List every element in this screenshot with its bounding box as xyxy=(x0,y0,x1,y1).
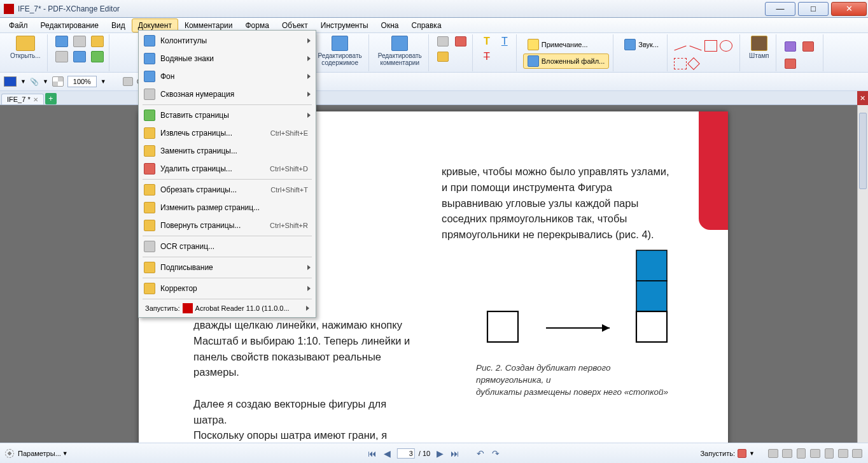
menu-item[interactable]: Обрезать страницы...Ctrl+Shift+T xyxy=(140,181,314,199)
eraser-button[interactable] xyxy=(783,39,798,53)
export-button[interactable] xyxy=(90,50,105,64)
cloud-tool[interactable] xyxy=(674,58,687,69)
textbox-button[interactable] xyxy=(453,34,468,48)
menu-item[interactable]: Заменить страницы... xyxy=(140,142,314,160)
prev-page-button[interactable]: ◀ xyxy=(382,448,393,459)
file-tab[interactable]: IFE_7 * ✕ xyxy=(1,94,44,104)
select-text-button[interactable] xyxy=(435,34,451,48)
svg-marker-5 xyxy=(602,324,610,332)
maximize-button[interactable]: □ xyxy=(798,2,829,16)
single-page-button[interactable] xyxy=(795,448,807,459)
fill-color-swatch[interactable] xyxy=(4,76,17,87)
zoom-in-button[interactable] xyxy=(781,448,793,459)
doc-figure: Рис. 2. Создан дубликат первого прямоуго… xyxy=(476,246,673,399)
opacity-input[interactable] xyxy=(67,76,97,87)
email-button[interactable] xyxy=(90,34,105,48)
close-tab-icon[interactable]: ✕ xyxy=(33,96,38,103)
menu-item-label: Фон xyxy=(160,72,307,81)
menu-вид[interactable]: Вид xyxy=(105,18,132,32)
menu-item-icon xyxy=(144,163,155,175)
polygon-tool[interactable] xyxy=(687,57,700,70)
menu-item[interactable]: Извлечь страницы...Ctrl+Shift+E xyxy=(140,124,314,142)
tab-strip-close[interactable]: ✕ xyxy=(857,91,868,105)
menu-item[interactable]: Удалить страницы...Ctrl+Shift+D xyxy=(140,160,314,178)
page-red-tab xyxy=(699,111,728,230)
select-text-icon xyxy=(437,36,449,46)
submenu-arrow-icon xyxy=(307,56,311,61)
strikeout-button[interactable]: T xyxy=(479,50,494,64)
checkbox-prop-icon[interactable] xyxy=(123,77,133,86)
oval-tool[interactable] xyxy=(720,40,732,52)
menu-item[interactable]: Повернуть страницы...Ctrl+Shift+R xyxy=(140,217,314,234)
pencil-icon xyxy=(802,41,814,52)
menu-справка[interactable]: Справка xyxy=(405,18,447,32)
menu-файл[interactable]: Файл xyxy=(3,18,34,32)
callout-button[interactable] xyxy=(435,50,451,64)
measure-button[interactable] xyxy=(783,57,798,71)
print-button[interactable] xyxy=(72,34,87,48)
menu-редактирование[interactable]: Редактирование xyxy=(34,18,105,32)
menu-item[interactable]: Колонтитулы xyxy=(140,32,314,50)
menu-item[interactable]: Корректор xyxy=(140,280,314,297)
title-bar: IFE_7* - PDF-XChange Editor — □ ✕ xyxy=(0,0,868,18)
rect-tool[interactable] xyxy=(704,40,717,52)
open-label: Открыть... xyxy=(10,52,41,59)
document-viewport[interactable]: ных фигур сновных размеров поверхность ш… xyxy=(0,105,868,443)
prev-view-button[interactable]: ↶ xyxy=(475,448,486,459)
next-view-button[interactable]: ↷ xyxy=(490,448,501,459)
save-button[interactable] xyxy=(54,34,69,48)
fit-width-button[interactable] xyxy=(851,448,863,459)
arrow-tool[interactable] xyxy=(689,46,701,51)
highlight-button[interactable]: T xyxy=(479,34,494,48)
edit-comments-button[interactable]: Редактировать комментарии xyxy=(375,34,424,68)
vertical-scrollbar[interactable] xyxy=(857,105,868,443)
note-button[interactable]: Примечание... xyxy=(523,37,592,52)
scrollbar-thumb[interactable] xyxy=(859,113,867,189)
status-bar: Параметры... ▼ ⏮ ◀ / 10 ▶ ⏭ ↶ ↷ Запустит… xyxy=(0,443,868,463)
attachment-small-icon[interactable]: 📎 xyxy=(30,78,39,86)
menu-item[interactable]: Подписывание xyxy=(140,259,314,276)
close-button[interactable]: ✕ xyxy=(831,2,867,16)
menu-item[interactable]: Фон xyxy=(140,68,314,85)
menu-item[interactable]: Водяные знаки xyxy=(140,50,314,68)
first-page-button[interactable]: ⏮ xyxy=(367,448,378,459)
menu-item[interactable]: Сквозная нумерация xyxy=(140,85,314,103)
edit-content-button[interactable]: Редактировать содержимое xyxy=(316,34,365,68)
quick-print-button[interactable] xyxy=(54,50,69,64)
fit-width-icon xyxy=(852,449,862,458)
params-button[interactable]: Параметры... xyxy=(18,450,61,457)
acrobat-icon xyxy=(183,303,193,313)
line-tool[interactable] xyxy=(674,46,686,51)
menu-инструменты[interactable]: Инструменты xyxy=(314,18,375,32)
measure-icon xyxy=(785,59,796,69)
pencil-button[interactable] xyxy=(801,39,816,53)
menu-item-icon xyxy=(144,127,155,139)
last-page-button[interactable]: ⏭ xyxy=(449,448,461,459)
menu-item[interactable]: OCR страниц... xyxy=(140,238,314,255)
continuous-button[interactable] xyxy=(823,448,835,459)
stamp-button[interactable]: Штамп xyxy=(746,34,771,61)
page-number-input[interactable] xyxy=(397,448,415,459)
page-total: / 10 xyxy=(419,450,430,457)
zoom-out-button[interactable] xyxy=(767,448,779,459)
open-button[interactable]: Открыть... xyxy=(8,34,43,61)
underline-button[interactable]: T xyxy=(497,34,512,48)
menu-item-label: Заменить страницы... xyxy=(160,146,311,155)
sound-button[interactable]: Звук... xyxy=(620,37,663,52)
menu-item-label: Сквозная нумерация xyxy=(160,90,307,99)
next-page-button[interactable]: ▶ xyxy=(434,448,445,459)
menu-item[interactable]: Изменить размер страниц... xyxy=(140,199,314,217)
acrobat-icon[interactable] xyxy=(738,449,746,458)
opacity-icon[interactable] xyxy=(52,76,64,87)
scan-button[interactable] xyxy=(72,50,87,64)
menu-окна[interactable]: Окна xyxy=(375,18,405,32)
fit-page-button[interactable] xyxy=(837,448,849,459)
launch-acrobat-item[interactable]: Запустить: Acrobat Reader 11.0 (11.0.0..… xyxy=(140,301,314,316)
eraser-icon xyxy=(785,41,796,52)
menu-item[interactable]: Вставить страницы xyxy=(140,106,314,124)
minimize-button[interactable]: — xyxy=(765,2,795,16)
facing-pages-button[interactable] xyxy=(809,448,821,459)
attach-file-button[interactable]: Вложенный файл... xyxy=(523,53,610,69)
email-icon xyxy=(91,36,104,47)
new-tab-button[interactable]: + xyxy=(45,93,57,104)
